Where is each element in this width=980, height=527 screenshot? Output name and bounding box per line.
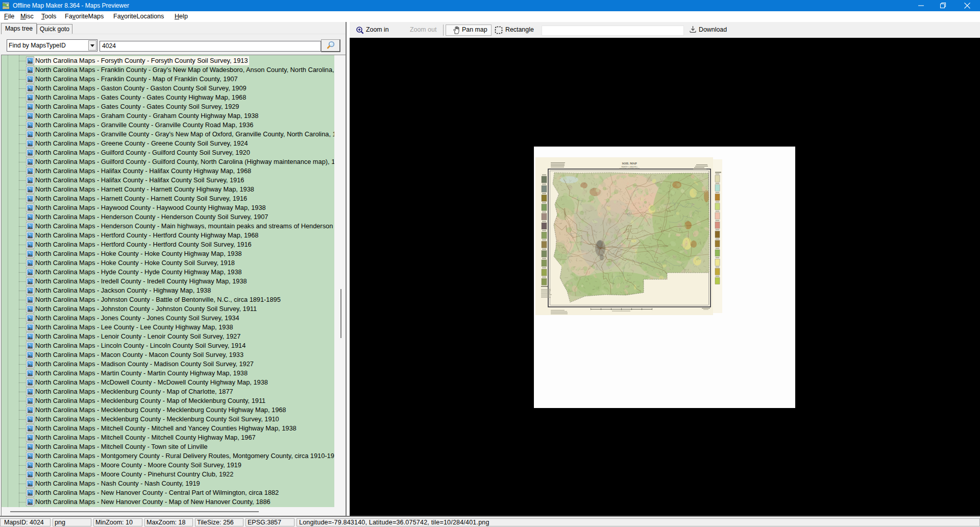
svg-text:FORSYTH COUNTY SHEET: FORSYTH COUNTY SHEET [619,168,639,170]
svg-text:SOIL MAP: SOIL MAP [622,162,637,165]
